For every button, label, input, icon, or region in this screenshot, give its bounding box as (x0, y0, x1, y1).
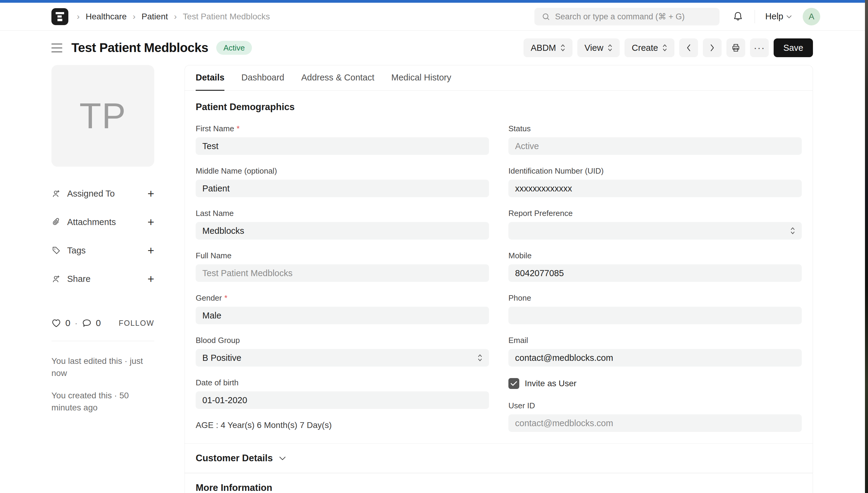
full-name-label: Full Name (196, 251, 231, 260)
breadcrumb-healthcare[interactable]: Healthcare (86, 12, 126, 21)
section-title: Patient Demographics (196, 102, 802, 112)
sidebar-toggle-button[interactable] (51, 44, 62, 52)
previous-record-button[interactable] (679, 38, 698, 57)
invite-as-user-checkbox[interactable]: Invite as User (508, 378, 802, 389)
heart-icon[interactable] (51, 319, 61, 327)
add-attachment-button[interactable]: + (148, 216, 154, 228)
page-body: TP Assigned To + Attachments + (0, 65, 868, 493)
created-text[interactable]: You created this · 50 minutes ago (51, 390, 154, 414)
sidebar-divider (51, 341, 154, 341)
add-share-button[interactable]: + (148, 273, 154, 285)
add-tag-button[interactable]: + (148, 245, 154, 256)
customer-details-title: Customer Details (196, 453, 273, 464)
first-name-input[interactable]: Test (196, 137, 489, 155)
help-menu[interactable]: Help (765, 12, 792, 21)
details-form: Patient Demographics First Name * Test (185, 91, 813, 444)
age-text: AGE : 4 Year(s) 6 Month(s) 7 Day(s) (196, 421, 489, 430)
more-information-section-toggle[interactable]: More Information (185, 473, 813, 493)
uid-input[interactable]: xxxxxxxxxxxxx (508, 180, 802, 197)
select-arrows-icon (608, 44, 612, 52)
add-assignment-button[interactable]: + (148, 188, 154, 199)
sidebar-item-attachments[interactable]: Attachments + (51, 212, 154, 232)
email-input[interactable]: contact@medblocks.com (508, 349, 802, 367)
phone-label: Phone (508, 293, 531, 303)
mobile-label: Mobile (508, 251, 532, 260)
gender-label: Gender (196, 293, 222, 303)
breadcrumb-current: Test Patient Medblocks (183, 12, 270, 21)
date-of-birth-input[interactable]: 01-01-2020 (196, 391, 489, 409)
sidebar-item-assigned-to[interactable]: Assigned To + (51, 184, 154, 203)
logo-glyph-icon (55, 12, 65, 22)
checkbox-checked-icon[interactable] (508, 378, 519, 389)
form-left-column: First Name * Test Middle Name (optional)… (196, 124, 489, 444)
tab-details[interactable]: Details (196, 65, 224, 91)
user-avatar[interactable]: A (803, 8, 820, 25)
breadcrumb-chevron-icon: › (77, 12, 80, 21)
first-name-field: First Name * Test (196, 124, 489, 155)
phone-field: Phone (508, 293, 802, 324)
chevron-left-icon (686, 44, 691, 52)
app-logo[interactable] (51, 8, 68, 25)
user-id-field: User ID contact@medblocks.com (508, 401, 802, 432)
navbar-right: Help A (733, 8, 820, 25)
patient-initials: TP (80, 95, 126, 136)
save-button[interactable]: Save (774, 38, 813, 57)
select-arrows-icon (663, 44, 667, 52)
breadcrumb: › Healthcare › Patient › Test Patient Me… (51, 8, 270, 25)
notifications-button[interactable] (733, 11, 743, 22)
sidebar-item-share[interactable]: Share + (51, 269, 154, 289)
tab-medical-history[interactable]: Medical History (391, 65, 451, 91)
sidebar-item-tags[interactable]: Tags + (51, 240, 154, 260)
create-dropdown-button[interactable]: Create (625, 38, 674, 57)
middle-name-field: Middle Name (optional) Patient (196, 166, 489, 197)
navbar-divider (755, 10, 755, 23)
gender-input[interactable]: Male (196, 307, 489, 324)
last-name-input[interactable]: Medblocks (196, 222, 489, 239)
status-badge: Active (216, 41, 252, 55)
select-arrows-icon (560, 44, 565, 52)
print-button[interactable] (726, 38, 745, 57)
search-input[interactable]: Search or type a command (⌘ + G) (535, 8, 719, 25)
next-record-button[interactable] (703, 38, 722, 57)
tab-bar: Details Dashboard Address & Contact Medi… (185, 65, 813, 91)
full-name-field: Full Name Test Patient Medblocks (196, 251, 489, 282)
mobile-field: Mobile 8042077085 (508, 251, 802, 282)
last-edited-text[interactable]: You last edited this · just now (51, 355, 154, 379)
mobile-input[interactable]: 8042077085 (508, 264, 802, 282)
likes-count: 0 (65, 318, 70, 328)
view-dropdown-button[interactable]: View (577, 38, 620, 57)
status-field: Status Active (508, 124, 802, 155)
toolbar: ABDM View Create (523, 38, 813, 57)
follow-button[interactable]: FOLLOW (118, 319, 154, 327)
avatar-initial: A (809, 12, 815, 21)
patient-image-placeholder[interactable]: TP (51, 65, 154, 167)
desktop-wallpaper-sliver (865, 0, 868, 493)
last-name-label: Last Name (196, 209, 234, 218)
tab-dashboard[interactable]: Dashboard (241, 65, 284, 91)
comments-count: 0 (96, 318, 101, 328)
report-preference-field: Report Preference (508, 209, 802, 239)
report-preference-select[interactable] (508, 222, 802, 239)
breadcrumb-chevron-icon: › (133, 12, 135, 21)
user-plus-icon (51, 189, 61, 198)
form-right-column: Status Active Identification Number (UID… (508, 124, 802, 444)
more-actions-button[interactable]: ··· (750, 38, 769, 57)
full-name-input: Test Patient Medblocks (196, 264, 489, 282)
phone-input[interactable] (508, 307, 802, 324)
abdm-dropdown-button[interactable]: ABDM (523, 38, 572, 57)
tab-address-contact[interactable]: Address & Contact (301, 65, 374, 91)
middle-name-label: Middle Name (optional) (196, 166, 277, 176)
page-header: Test Patient Medblocks Active ABDM View … (0, 30, 868, 65)
middle-name-input[interactable]: Patient (196, 180, 489, 197)
sidebar-menu: Assigned To + Attachments + Tags + (51, 184, 154, 289)
breadcrumb-patient[interactable]: Patient (142, 12, 168, 21)
comment-icon[interactable] (82, 319, 92, 327)
bell-icon (733, 11, 743, 22)
date-of-birth-field: Date of birth 01-01-2020 (196, 378, 489, 409)
select-arrows-icon (790, 227, 795, 235)
customer-details-section-toggle[interactable]: Customer Details (185, 444, 813, 473)
navbar: › Healthcare › Patient › Test Patient Me… (0, 3, 868, 30)
first-name-label: First Name (196, 124, 234, 133)
uid-label: Identification Number (UID) (508, 166, 604, 176)
blood-group-select[interactable]: B Positive (196, 349, 489, 367)
